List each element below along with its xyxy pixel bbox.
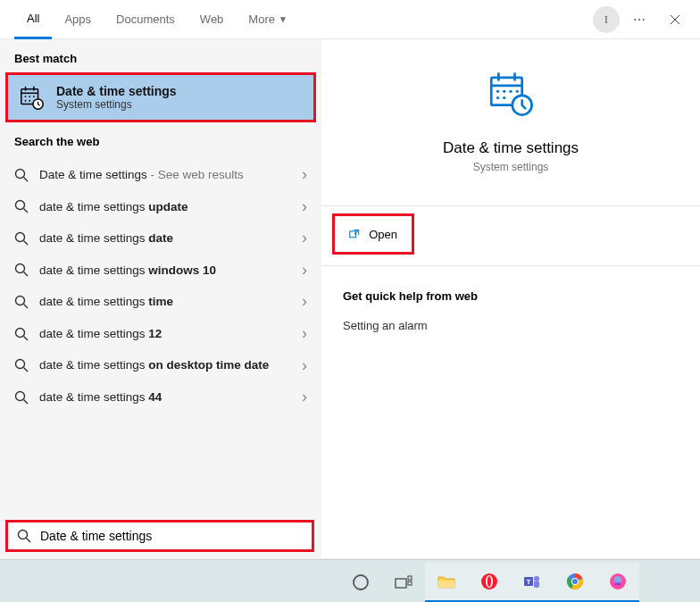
svg-rect-44 <box>438 581 454 588</box>
svg-point-7 <box>25 100 27 102</box>
search-web-heading: Search the web <box>0 122 321 155</box>
svg-text:T: T <box>527 578 531 586</box>
svg-line-13 <box>24 209 29 213</box>
web-result-text: date & time settings update <box>39 199 307 215</box>
help-item[interactable]: Setting an alarm <box>343 319 679 332</box>
best-match-title: Date & time settings <box>56 84 177 98</box>
calendar-clock-icon <box>19 84 46 111</box>
web-result-text: date & time settings time <box>39 294 307 310</box>
search-tabs: All Apps Documents Web More ▼ I ⋯ <box>0 0 700 39</box>
web-result-item[interactable]: date & time settings update› <box>0 191 321 223</box>
web-result-text: date & time settings date <box>39 230 307 247</box>
svg-line-39 <box>27 539 31 543</box>
tab-all[interactable]: All <box>14 0 52 39</box>
svg-line-17 <box>24 272 29 277</box>
open-button[interactable]: Open <box>332 213 414 255</box>
web-result-text: date & time settings windows 10 <box>39 263 307 279</box>
quick-help-heading: Get quick help from web <box>343 289 679 303</box>
svg-point-56 <box>614 576 621 583</box>
svg-point-50 <box>534 576 539 581</box>
svg-point-20 <box>16 328 25 337</box>
search-icon <box>14 358 29 372</box>
svg-point-32 <box>509 90 512 93</box>
svg-line-15 <box>24 240 29 245</box>
more-options-icon[interactable]: ⋯ <box>623 4 655 36</box>
chevron-right-icon: › <box>302 229 307 247</box>
svg-point-33 <box>516 90 519 93</box>
svg-point-34 <box>496 96 499 99</box>
svg-point-40 <box>354 575 368 589</box>
chevron-right-icon: › <box>302 165 307 184</box>
svg-rect-42 <box>408 576 412 580</box>
taskbar-app[interactable] <box>596 563 639 602</box>
svg-rect-43 <box>408 581 412 585</box>
svg-line-11 <box>24 177 29 181</box>
search-icon <box>14 263 29 277</box>
user-avatar[interactable]: I <box>593 6 620 33</box>
best-match-heading: Best match <box>0 39 321 72</box>
search-icon <box>14 199 29 213</box>
results-panel: Best match Date & time settings System s… <box>0 39 321 558</box>
calendar-clock-icon-large <box>339 68 682 120</box>
search-bar[interactable] <box>5 520 314 552</box>
search-icon <box>14 390 29 405</box>
taskbar-cortana[interactable] <box>339 563 382 602</box>
chevron-right-icon: › <box>302 388 307 406</box>
detail-subtitle: System settings <box>339 161 682 173</box>
chevron-right-icon: › <box>302 197 307 216</box>
svg-point-18 <box>16 296 25 305</box>
web-result-item[interactable]: date & time settings 12› <box>0 318 321 350</box>
web-result-item[interactable]: date & time settings 44› <box>0 381 321 414</box>
svg-point-54 <box>572 579 578 584</box>
svg-point-47 <box>488 576 491 587</box>
svg-line-21 <box>24 336 29 340</box>
best-match-subtitle: System settings <box>56 98 177 111</box>
tab-more-label: More <box>248 13 275 26</box>
taskbar-explorer[interactable] <box>425 563 468 602</box>
taskbar-chrome[interactable] <box>554 563 596 602</box>
svg-line-19 <box>24 304 29 308</box>
tab-web[interactable]: Web <box>188 0 237 39</box>
svg-point-5 <box>29 96 30 97</box>
taskbar: T <box>0 559 700 602</box>
svg-point-35 <box>503 96 505 99</box>
divider <box>321 205 700 206</box>
svg-point-14 <box>16 232 25 241</box>
taskbar-taskview[interactable] <box>382 563 425 602</box>
svg-line-25 <box>24 399 29 404</box>
best-match-item[interactable]: Date & time settings System settings <box>5 72 316 122</box>
svg-line-23 <box>24 368 29 372</box>
web-result-item[interactable]: date & time settings date› <box>0 222 321 255</box>
chevron-right-icon: › <box>302 261 307 280</box>
web-result-item[interactable]: date & time settings time› <box>0 286 321 318</box>
svg-point-38 <box>19 531 28 539</box>
svg-point-8 <box>29 100 30 102</box>
chevron-right-icon: › <box>302 292 307 311</box>
svg-point-10 <box>16 169 25 178</box>
tab-more[interactable]: More ▼ <box>236 0 300 39</box>
open-label: Open <box>369 228 397 241</box>
close-icon[interactable] <box>659 4 691 36</box>
taskbar-opera[interactable] <box>468 563 511 602</box>
taskbar-teams[interactable]: T <box>511 563 554 602</box>
svg-point-22 <box>16 360 25 369</box>
web-result-item[interactable]: date & time settings on desktop time dat… <box>0 349 321 381</box>
web-result-item[interactable]: Date & time settings - See web results› <box>0 159 321 191</box>
tab-apps[interactable]: Apps <box>52 0 104 39</box>
chevron-down-icon: ▼ <box>279 14 288 24</box>
web-results-list: Date & time settings - See web results›d… <box>0 155 321 416</box>
web-result-text: date & time settings 12 <box>39 326 307 342</box>
search-input[interactable] <box>40 529 303 543</box>
search-icon <box>17 529 31 543</box>
detail-panel: Date & time settings System settings Ope… <box>321 39 700 558</box>
web-result-text: date & time settings 44 <box>39 389 307 406</box>
tab-documents[interactable]: Documents <box>104 0 188 39</box>
search-icon <box>14 295 29 309</box>
search-icon <box>14 231 29 246</box>
chevron-right-icon: › <box>302 356 307 375</box>
web-result-item[interactable]: date & time settings windows 10› <box>0 255 321 287</box>
svg-point-24 <box>16 391 25 400</box>
svg-point-12 <box>16 201 25 210</box>
web-result-text: Date & time settings - See web results <box>39 167 307 183</box>
chevron-right-icon: › <box>302 324 307 343</box>
